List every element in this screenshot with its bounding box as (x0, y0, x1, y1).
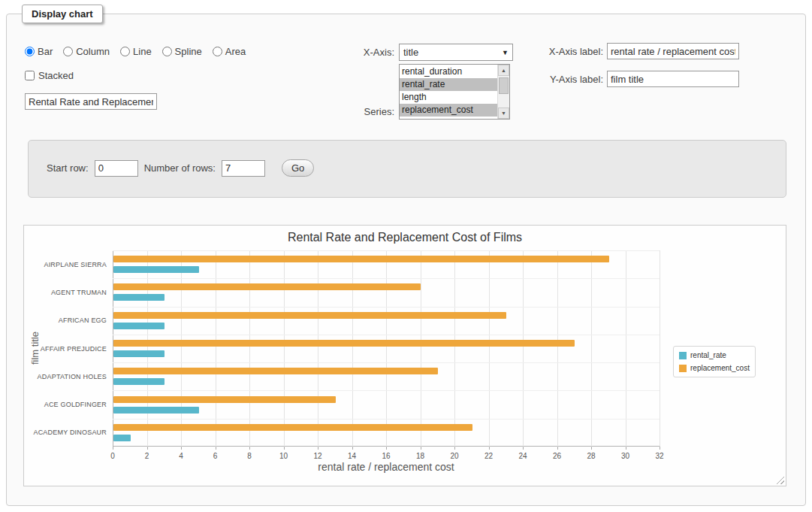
band-line (113, 419, 660, 420)
bar-replacement_cost[interactable] (113, 340, 575, 347)
band-line (113, 362, 660, 363)
start-row-label: Start row: (47, 162, 89, 174)
x-tick-mark (352, 447, 353, 450)
gridline (318, 250, 318, 447)
series-option-rental_duration[interactable]: rental_duration (400, 65, 497, 78)
x-tick-label: 0 (99, 452, 126, 460)
gridline (626, 250, 626, 447)
x-tick-label: 22 (475, 452, 503, 460)
x-tick-label: 12 (304, 452, 331, 460)
x-tick-mark (557, 447, 558, 450)
series-option-replacement_cost[interactable]: replacement_cost (400, 104, 497, 117)
legend-item[interactable]: rental_rate (679, 351, 750, 359)
chart-type-option-bar[interactable]: Bar (25, 46, 53, 57)
bar-rental_rate[interactable] (113, 350, 165, 357)
gridline (352, 250, 353, 447)
category-label: ADAPTATION HOLES (27, 373, 107, 380)
x-tick-mark (284, 447, 285, 450)
bar-rental_rate[interactable] (113, 323, 165, 329)
resize-handle-icon[interactable] (776, 476, 784, 484)
x-axis-select[interactable]: title ▼ (399, 44, 513, 61)
bar-rental_rate[interactable] (113, 378, 165, 385)
bar-rental_rate[interactable] (113, 266, 199, 273)
series-option-rental_rate[interactable]: rental_rate (400, 78, 497, 91)
gridline (284, 250, 285, 447)
scroll-down-icon[interactable]: ▼ (498, 108, 509, 119)
series-option-length[interactable]: length (400, 91, 497, 104)
stacked-checkbox[interactable] (25, 71, 35, 80)
chart-type-option-spline[interactable]: Spline (162, 46, 202, 57)
num-rows-label: Number of rows: (144, 162, 216, 174)
chart-type-radio-area[interactable] (213, 47, 222, 56)
gridline (147, 250, 148, 447)
chart-type-radio-spline[interactable] (162, 47, 172, 56)
x-tick-mark (626, 447, 626, 450)
bar-rental_rate[interactable] (113, 407, 199, 414)
start-row-input[interactable] (95, 160, 138, 177)
bar-replacement_cost[interactable] (113, 312, 506, 319)
legend-item[interactable]: replacement_cost (679, 364, 750, 372)
legend-label: replacement_cost (690, 364, 750, 372)
bar-replacement_cost[interactable] (113, 396, 336, 403)
gridline (591, 250, 592, 447)
scroll-up-icon[interactable]: ▲ (498, 65, 509, 76)
x-tick-label: 14 (339, 452, 366, 460)
bar-replacement_cost[interactable] (113, 283, 421, 290)
series-options-list: rental_durationrental_ratelengthreplacem… (400, 65, 497, 119)
num-rows-input[interactable] (222, 160, 265, 177)
x-tick-label: 18 (407, 452, 434, 460)
chart-type-option-area[interactable]: Area (213, 46, 246, 57)
scrollbar-thumb[interactable] (499, 77, 509, 94)
x-tick-mark (660, 447, 660, 450)
x-tick-label: 16 (373, 452, 400, 460)
gridline (216, 250, 216, 447)
chart-type-label: Line (133, 46, 152, 57)
x-tick-label: 6 (202, 452, 229, 460)
chart-type-label: Column (76, 46, 110, 57)
x-tick-mark (489, 447, 490, 450)
chart-type-option-column[interactable]: Column (63, 46, 110, 57)
x-tick-mark (249, 447, 250, 450)
gridline (454, 250, 455, 447)
bar-replacement_cost[interactable] (113, 256, 609, 262)
category-label: ACADEMY DINOSAUR (27, 429, 107, 436)
x-tick-mark (591, 447, 592, 450)
listbox-scrollbar[interactable]: ▲ ▼ (497, 65, 509, 119)
gridline (181, 250, 182, 447)
x-tick-label: 28 (578, 452, 605, 460)
chart-type-radio-bar[interactable] (25, 47, 35, 56)
stacked-option[interactable]: Stacked (25, 70, 74, 81)
bar-rental_rate[interactable] (113, 294, 165, 301)
scrollbar-track[interactable] (498, 76, 509, 108)
y-axis-line (113, 250, 113, 447)
x-tick-mark (454, 447, 455, 450)
chart-type-radio-line[interactable] (120, 47, 130, 56)
chart-type-radio-column[interactable] (63, 47, 73, 56)
y-axis-title: film title (29, 332, 41, 365)
chart-type-label: Bar (38, 46, 53, 57)
x-axis-selected-value: title (403, 47, 418, 58)
x-tick-label: 30 (612, 452, 639, 460)
x-tick-label: 24 (509, 452, 536, 460)
row-range-controls: Start row: Number of rows: Go (47, 159, 314, 177)
chart-type-label: Spline (175, 46, 202, 57)
x-axis-select-label: X-Axis: (309, 47, 394, 58)
chart-type-option-line[interactable]: Line (120, 46, 152, 57)
x-axis-label-input[interactable] (607, 43, 739, 59)
category-label: AIRPLANE SIERRA (27, 261, 107, 268)
y-axis-label-input[interactable] (607, 71, 739, 87)
x-tick-label: 26 (544, 452, 571, 460)
band-line (113, 278, 660, 279)
chart-title-input[interactable] (25, 93, 157, 110)
bar-replacement_cost[interactable] (113, 368, 438, 374)
bar-rental_rate[interactable] (113, 435, 131, 441)
x-tick-label: 20 (441, 452, 468, 460)
series-multiselect[interactable]: rental_durationrental_ratelengthreplacem… (399, 64, 510, 120)
x-tick-label: 10 (270, 452, 297, 460)
bar-replacement_cost[interactable] (113, 424, 472, 431)
chevron-down-icon: ▼ (502, 49, 509, 56)
x-axis-title: rental rate / replacement cost (113, 461, 660, 473)
x-tick-mark (113, 447, 113, 450)
go-button[interactable]: Go (282, 159, 314, 177)
band-line (113, 390, 660, 391)
